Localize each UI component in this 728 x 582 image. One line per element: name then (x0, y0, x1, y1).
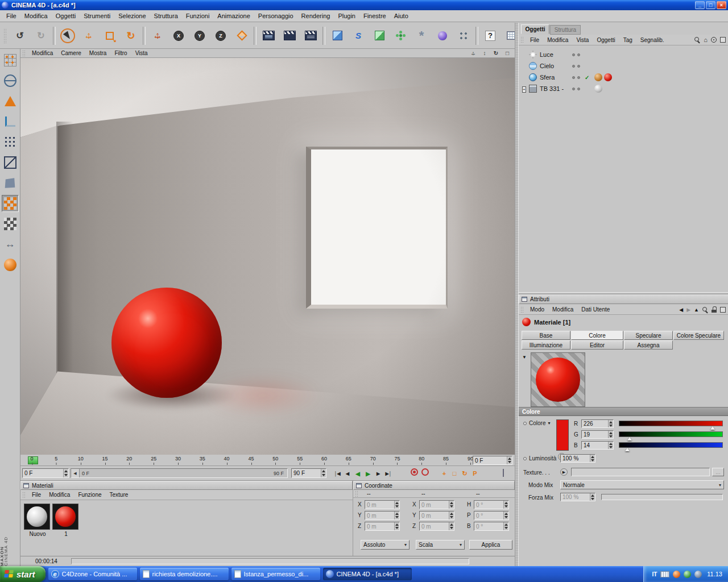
scale-mode-dropdown[interactable]: Scala▾ (416, 540, 465, 550)
current-frame-field[interactable]: 0 F (22, 468, 69, 478)
parent-object-icon[interactable]: ▲ (694, 307, 699, 313)
size-z-field[interactable]: 0 m (419, 522, 454, 531)
toggle-view-icon[interactable]: □ (503, 50, 511, 56)
apply-button[interactable]: Applica (469, 540, 512, 550)
menu-selezione[interactable]: Selezione (114, 11, 150, 20)
key-parameter-icon[interactable]: P (470, 468, 480, 479)
tab-oggetti[interactable]: Oggetti (521, 24, 549, 34)
menu-modifica[interactable]: Modifica (20, 11, 52, 20)
new-panel-icon[interactable] (720, 37, 726, 43)
b-slider-marker[interactable] (625, 448, 630, 451)
texture-label[interactable]: Texture. . . (523, 469, 550, 476)
coordinates-grip[interactable] (355, 490, 359, 497)
attributes-panel-header[interactable]: Attributi (519, 294, 728, 304)
lock-icon[interactable] (712, 306, 717, 313)
tray-messenger-icon[interactable] (684, 571, 691, 578)
rot-h-field[interactable]: 0 ° (474, 500, 509, 509)
maximize-button[interactable]: □ (706, 1, 715, 9)
search-icon[interactable] (702, 307, 708, 313)
goto-end-icon[interactable]: ▶│ (383, 468, 394, 479)
coordinate-system-icon[interactable] (231, 25, 252, 47)
render-active-view-icon[interactable] (279, 25, 300, 47)
texture-expand-button[interactable]: ▶ (560, 468, 568, 476)
tab-assegna[interactable]: Assegna (624, 340, 673, 350)
add-scene-object-icon[interactable] (432, 25, 453, 47)
materials-menu-funzione[interactable]: Funzione (74, 491, 105, 498)
undo-icon[interactable]: ↺ (10, 25, 30, 47)
menu-personaggio[interactable]: Personaggio (254, 11, 297, 20)
taskbar-button-doc2[interactable]: Istanza_permesso_di... (231, 568, 320, 580)
model-mode-icon[interactable] (2, 72, 19, 89)
visibility-toggles[interactable] (572, 88, 580, 90)
home-icon[interactable]: ⌂ (704, 36, 708, 43)
preview-expander-icon[interactable]: ▼ (522, 355, 527, 360)
scale-tool-icon[interactable]: ↘ (100, 25, 120, 47)
expand-icon[interactable]: + (522, 86, 526, 93)
r-slider[interactable] (619, 421, 723, 426)
workplane-mode-icon[interactable]: ↔ (2, 236, 19, 253)
material-tag-icon[interactable] (594, 85, 602, 93)
tray-volume-icon[interactable] (694, 571, 702, 578)
rotate-view-icon[interactable]: ↻ (492, 50, 500, 56)
key-position-icon[interactable]: + (439, 468, 449, 479)
menu-finestre[interactable]: Finestre (359, 11, 390, 20)
material-preview[interactable] (531, 352, 585, 407)
viewport-menu-vista[interactable]: Vista (131, 49, 152, 57)
timeline-window-icon[interactable] (503, 469, 504, 476)
object-label[interactable]: Cielo (540, 63, 554, 69)
r-slider-marker[interactable] (710, 426, 715, 430)
rot-p-field[interactable]: 0 ° (474, 511, 509, 520)
tab-colore-speculare[interactable]: Colore Speculare (673, 331, 724, 340)
lock-z-axis-icon[interactable]: Z (210, 25, 231, 47)
render-settings-icon[interactable] (300, 25, 321, 47)
om-menu-file[interactable]: File (526, 36, 543, 44)
menu-oggetti[interactable]: Oggetti (52, 11, 80, 20)
current-frame-stepper[interactable] (63, 469, 68, 477)
visibility-toggles[interactable] (572, 76, 580, 79)
coordinate-mode-dropdown[interactable]: Assoluto▾ (361, 540, 410, 550)
rot-b-field[interactable]: 0 ° (474, 522, 509, 531)
prev-frame-icon[interactable]: ◀ (342, 468, 353, 479)
start-button[interactable]: start (0, 566, 46, 582)
language-indicator[interactable]: IT (652, 571, 657, 577)
brightness-label[interactable]: Luminosità (523, 455, 556, 462)
frame-stepper[interactable] (507, 456, 512, 464)
next-frame-icon[interactable]: ▶ (373, 468, 383, 479)
om-menu-segnalibri[interactable]: Segnalib. (636, 36, 668, 44)
record-keyframe-icon[interactable] (411, 468, 418, 476)
viewport-menu-filtro[interactable]: Filtro (110, 49, 131, 57)
move-tool-icon[interactable]: ↔↕ (78, 25, 99, 47)
make-editable-icon[interactable] (2, 52, 19, 69)
add-primitive-icon[interactable] (327, 25, 348, 47)
r-value-field[interactable]: 226 (581, 419, 614, 428)
key-rotation-icon[interactable]: ↻ (460, 468, 470, 479)
material-item[interactable]: Nuovo (24, 504, 51, 537)
om-menu-tag[interactable]: Tag (619, 36, 636, 44)
toolbar-grip[interactable] (3, 28, 7, 43)
materials-menu-file[interactable]: File (28, 491, 45, 498)
color-section-header[interactable]: Colore (519, 407, 728, 416)
viewport-menu-mostra[interactable]: Mostra (85, 49, 111, 57)
render-view-icon[interactable] (258, 25, 279, 47)
size-x-field[interactable]: 0 m (419, 500, 454, 509)
pos-x-field[interactable]: 0 m (365, 500, 400, 509)
play-backward-icon[interactable]: ◀ (353, 468, 363, 479)
am-menu-modo[interactable]: Modo (526, 306, 548, 313)
object-label[interactable]: Luce (540, 51, 553, 58)
edge-mode-icon[interactable] (2, 154, 19, 171)
texture-path-field[interactable] (571, 468, 710, 476)
coordinates-panel-header[interactable]: Coordinate (353, 481, 515, 490)
add-spline-icon[interactable]: S (348, 25, 369, 47)
viewport-grip[interactable] (22, 50, 26, 57)
taskbar-button-doc1[interactable]: richiesta demolizione.... (140, 568, 229, 580)
tab-base[interactable]: Base (522, 331, 570, 340)
end-frame-field[interactable]: 90 F (291, 468, 326, 478)
minimize-button[interactable]: _ (695, 1, 705, 9)
tab-speculare[interactable]: Speculare (624, 331, 673, 340)
mix-mode-dropdown[interactable]: Normale▾ (560, 480, 724, 489)
polygon-mode-icon[interactable] (2, 174, 19, 192)
ruler-frame-field[interactable]: 0 F (473, 456, 512, 465)
phong-tag-icon[interactable] (594, 73, 602, 81)
redo-icon[interactable]: ↻ (31, 25, 51, 47)
color-model-dropdown-icon[interactable]: ▾ (548, 421, 550, 426)
